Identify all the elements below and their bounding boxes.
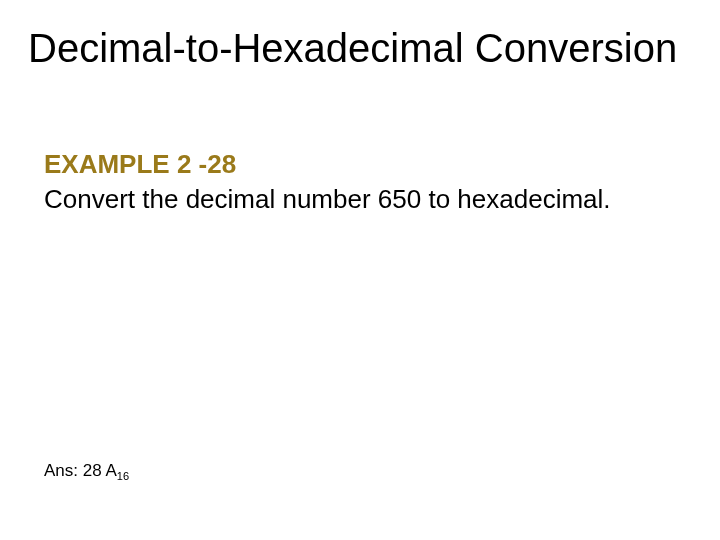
slide-body: EXAMPLE 2 -28 Convert the decimal number…: [44, 148, 690, 215]
example-label: EXAMPLE 2 -28: [44, 148, 690, 181]
answer-line: Ans: 28 A16: [44, 461, 129, 482]
answer-prefix: Ans:: [44, 461, 83, 480]
example-prompt: Convert the decimal number 650 to hexade…: [44, 184, 611, 214]
answer-subscript: 16: [117, 470, 129, 482]
slide-title: Decimal-to-Hexadecimal Conversion: [28, 26, 677, 71]
answer-value: 28 A: [83, 461, 117, 480]
slide: Decimal-to-Hexadecimal Conversion EXAMPL…: [0, 0, 720, 540]
